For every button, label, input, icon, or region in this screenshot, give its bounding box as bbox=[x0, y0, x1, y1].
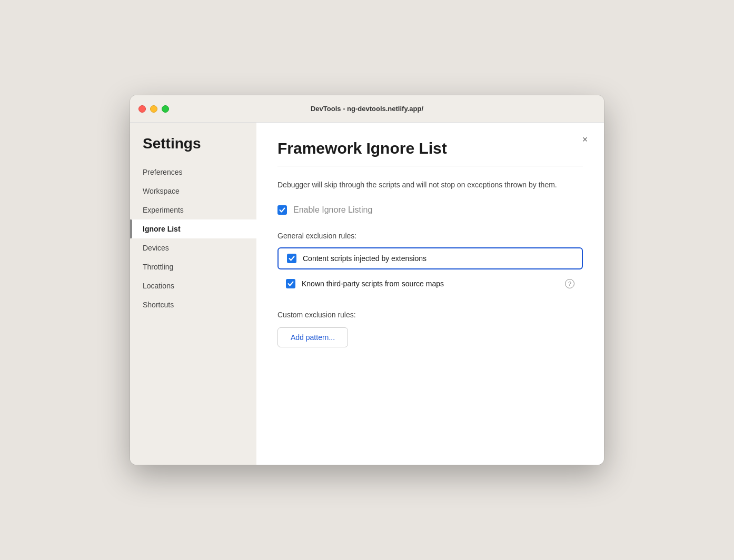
sidebar: Settings Preferences Workspace Experimen… bbox=[130, 123, 256, 465]
add-pattern-button[interactable]: Add pattern... bbox=[277, 327, 348, 347]
close-button[interactable]: × bbox=[579, 133, 591, 146]
description: Debugger will skip through the scripts a… bbox=[277, 179, 583, 191]
sidebar-item-workspace[interactable]: Workspace bbox=[130, 182, 256, 201]
third-party-scripts-label: Known third-party scripts from source ma… bbox=[302, 279, 559, 288]
maximize-traffic-light[interactable] bbox=[162, 105, 169, 113]
general-exclusion-rules: General exclusion rules: Content scripts… bbox=[277, 232, 583, 294]
enable-ignore-listing-checkbox[interactable] bbox=[277, 205, 287, 215]
page-title: Framework Ignore List bbox=[277, 139, 583, 157]
general-exclusion-label: General exclusion rules: bbox=[277, 232, 583, 240]
close-traffic-light[interactable] bbox=[138, 105, 146, 113]
third-party-scripts-checkbox[interactable] bbox=[286, 279, 295, 288]
enable-ignore-listing-row: Enable Ignore Listing bbox=[277, 205, 583, 215]
sidebar-item-shortcuts[interactable]: Shortcuts bbox=[130, 295, 256, 314]
devtools-window: DevTools - ng-devtools.netlify.app/ Sett… bbox=[130, 95, 604, 465]
sidebar-heading: Settings bbox=[130, 135, 256, 163]
sidebar-item-experiments[interactable]: Experiments bbox=[130, 201, 256, 219]
custom-exclusion-section: Custom exclusion rules: Add pattern... bbox=[277, 311, 583, 347]
minimize-traffic-light[interactable] bbox=[150, 105, 157, 113]
titlebar-title: DevTools - ng-devtools.netlify.app/ bbox=[311, 105, 423, 113]
help-icon[interactable]: ? bbox=[565, 279, 574, 288]
sidebar-item-locations[interactable]: Locations bbox=[130, 276, 256, 295]
content-scripts-label: Content scripts injected by extensions bbox=[303, 254, 573, 263]
divider bbox=[277, 166, 583, 166]
sidebar-item-ignore-list[interactable]: Ignore List bbox=[130, 219, 256, 238]
enable-ignore-listing-label: Enable Ignore Listing bbox=[293, 205, 372, 215]
custom-exclusion-label: Custom exclusion rules: bbox=[277, 311, 583, 319]
sidebar-item-devices[interactable]: Devices bbox=[130, 238, 256, 257]
sidebar-item-preferences[interactable]: Preferences bbox=[130, 163, 256, 182]
content-area: Settings Preferences Workspace Experimen… bbox=[130, 123, 604, 465]
titlebar: DevTools - ng-devtools.netlify.app/ bbox=[130, 95, 604, 123]
rule-content-scripts: Content scripts injected by extensions bbox=[277, 247, 583, 269]
sidebar-item-throttling[interactable]: Throttling bbox=[130, 257, 256, 276]
traffic-lights bbox=[138, 105, 169, 113]
rule-third-party-scripts: Known third-party scripts from source ma… bbox=[277, 274, 583, 294]
content-scripts-checkbox[interactable] bbox=[287, 254, 296, 263]
main-panel: × Framework Ignore List Debugger will sk… bbox=[256, 123, 604, 465]
